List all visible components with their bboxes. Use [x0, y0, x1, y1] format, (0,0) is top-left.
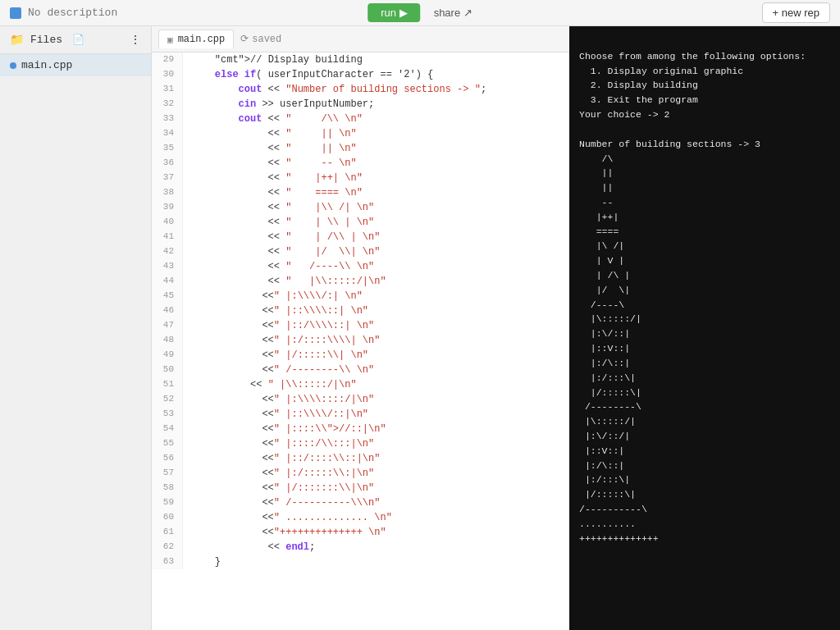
saved-label: saved: [252, 34, 281, 45]
line-number: 47: [152, 318, 183, 333]
line-number: 36: [152, 156, 183, 171]
sidebar-action-icon: 📄: [72, 34, 84, 46]
saved-indicator: ⟳ saved: [240, 33, 281, 45]
line-number: 60: [152, 510, 183, 525]
table-row: 54 <<" |::::\\">//::|\n": [152, 422, 569, 436]
main-layout: 📁 Files 📄 ⋮ main.cpp ▣ main.cpp ⟳ saved …: [0, 26, 840, 630]
line-number: 37: [152, 171, 183, 185]
table-row: 49 <<" |/:::::\\| \n": [152, 348, 569, 363]
page-description: No description: [28, 7, 117, 19]
line-content: << " /----\\ \n": [183, 259, 374, 274]
table-row: 46 <<" |::\\\\::| \n": [152, 304, 569, 318]
line-number: 34: [152, 126, 183, 141]
line-content: <<" |::\\\\::| \n": [183, 304, 368, 318]
table-row: 51 << " |\\:::::/|\n": [152, 377, 569, 392]
line-number: 52: [152, 392, 183, 407]
line-content: << " ==== \n": [183, 185, 363, 200]
line-content: << " || \n": [183, 141, 357, 156]
file-active-dot: [10, 62, 16, 69]
line-content: << endl;: [183, 540, 315, 555]
line-number: 59: [152, 495, 183, 510]
sidebar-files-label: Files: [30, 34, 62, 46]
line-content: cout << " /\\ \n": [183, 112, 363, 126]
line-number: 31: [152, 82, 183, 97]
line-content: << " -- \n": [183, 156, 357, 171]
line-content: <<" |::/::::\\::|\n": [183, 451, 380, 466]
table-row: 42 << " |/ \\| \n": [152, 244, 569, 259]
line-content: <<" |/:::::::\\|\n": [183, 481, 374, 495]
sidebar: 📁 Files 📄 ⋮ main.cpp: [0, 26, 152, 630]
tab-main-cpp[interactable]: ▣ main.cpp: [158, 30, 234, 48]
table-row: 50 <<" /--------\\ \n": [152, 363, 569, 377]
table-row: 36 << " -- \n": [152, 156, 569, 171]
line-number: 50: [152, 363, 183, 377]
line-number: 57: [152, 466, 183, 481]
line-number: 63: [152, 555, 183, 569]
sidebar-item-main-cpp[interactable]: main.cpp: [0, 54, 151, 76]
table-row: 34 << " || \n": [152, 126, 569, 141]
line-content: <<" .............. \n": [183, 510, 392, 525]
line-content: else if( userInputCharacter == '2') {: [183, 67, 433, 82]
line-content: <<" |/:::::\\| \n": [183, 348, 368, 363]
line-content: << " | \\ | \n": [183, 215, 374, 230]
line-number: 39: [152, 200, 183, 215]
line-number: 48: [152, 333, 183, 348]
terminal[interactable]: Choose from among the following options:…: [569, 26, 840, 630]
table-row: 60 <<" .............. \n": [152, 510, 569, 525]
line-number: 53: [152, 407, 183, 422]
table-row: 41 << " | /\\ | \n": [152, 230, 569, 244]
line-number: 43: [152, 259, 183, 274]
line-number: 30: [152, 67, 183, 82]
tab-file-icon: ▣: [167, 34, 173, 45]
table-row: 52 <<" |:\\\\::::/|\n": [152, 392, 569, 407]
line-number: 45: [152, 289, 183, 304]
line-content: <<"++++++++++++++ \n": [183, 525, 386, 540]
run-button[interactable]: run ▶: [368, 3, 420, 22]
line-content: <<" |::::\\">//::|\n": [183, 422, 386, 436]
line-number: 32: [152, 97, 183, 112]
line-number: 46: [152, 304, 183, 318]
line-content: << " |\\:::::/|\n": [183, 377, 357, 392]
table-row: 62 << endl;: [152, 540, 569, 555]
topbar-right: + new rep: [762, 2, 830, 23]
table-row: 29 "cmt">// Display building: [152, 52, 569, 67]
line-number: 55: [152, 436, 183, 451]
line-content: cin >> userInputNumber;: [183, 97, 374, 112]
line-number: 35: [152, 141, 183, 156]
table-row: 45 <<" |:\\\\/:| \n": [152, 289, 569, 304]
line-number: 33: [152, 112, 183, 126]
line-content: << " | /\\ | \n": [183, 230, 380, 244]
table-row: 35 << " || \n": [152, 141, 569, 156]
terminal-output: Choose from among the following options:…: [579, 51, 806, 544]
topbar-center: run ▶ share ↗: [368, 3, 472, 22]
code-editor[interactable]: 29 "cmt">// Display building30 else if( …: [152, 52, 569, 630]
line-number: 42: [152, 244, 183, 259]
line-content: }: [183, 555, 221, 569]
table-row: 39 << " |\\ /| \n": [152, 200, 569, 215]
line-number: 49: [152, 348, 183, 363]
table-row: 40 << " | \\ | \n": [152, 215, 569, 230]
table-row: 44 << " |\\:::::/|\n": [152, 274, 569, 289]
line-number: 41: [152, 230, 183, 244]
new-rep-button[interactable]: + new rep: [762, 2, 830, 23]
editor-area: ▣ main.cpp ⟳ saved 29 "cmt">// Display b…: [152, 26, 569, 630]
line-content: << " |\\ /| \n": [183, 200, 374, 215]
line-content: << " |++| \n": [183, 171, 363, 185]
sidebar-header: 📁 Files 📄 ⋮: [0, 26, 151, 54]
table-row: 48 <<" |:/::::\\\\| \n": [152, 333, 569, 348]
table-row: 37 << " |++| \n": [152, 171, 569, 185]
line-content: <<" |:/::::\\\\| \n": [183, 333, 380, 348]
line-number: 54: [152, 422, 183, 436]
share-button[interactable]: share ↗: [434, 7, 472, 19]
table-row: 47 <<" |::/\\\\::| \n": [152, 318, 569, 333]
tab-filename: main.cpp: [178, 34, 226, 45]
line-number: 38: [152, 185, 183, 200]
topbar: No description run ▶ share ↗ + new rep: [0, 0, 840, 26]
line-content: <<" |:\\\\/:| \n": [183, 289, 363, 304]
line-content: <<" |::/\\\\::| \n": [183, 318, 374, 333]
line-content: <<" /----------\\\n": [183, 495, 380, 510]
sidebar-filename: main.cpp: [21, 59, 72, 71]
table-row: 31 cout << "Number of building sections …: [152, 82, 569, 97]
line-number: 61: [152, 525, 183, 540]
line-content: "cmt">// Display building: [183, 52, 363, 67]
